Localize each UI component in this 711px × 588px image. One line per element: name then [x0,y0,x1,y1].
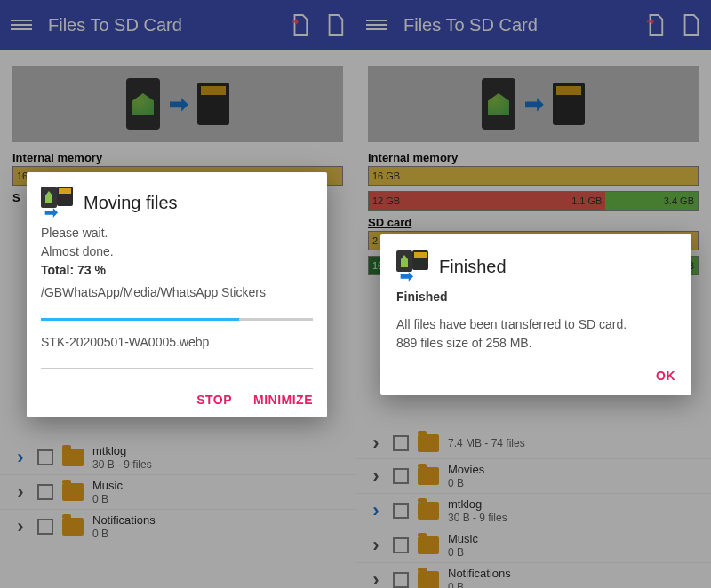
arrow-right-icon: ➡ [169,91,188,118]
dialog-line: Please wait. [41,224,313,242]
arrow-right-icon: ➡ [524,91,544,118]
checkbox[interactable] [393,537,409,553]
screen-right: Files To SD Card ➡ Internal memory 16 GB… [356,0,711,588]
minimize-button[interactable]: MINIMIZE [253,393,313,407]
progress-bar [41,318,313,321]
internal-memory-label: Internal memory [12,151,343,164]
list-item[interactable]: › mtklog 30 B - 9 files [0,441,356,475]
phone-icon [482,78,515,130]
folder-icon [418,571,439,588]
list-item[interactable]: › Movies 0 B [356,459,711,494]
file-list: › mtklog 30 B - 9 files › Music 0 B › [0,441,356,544]
chevron-right-icon[interactable]: › [12,481,28,504]
folder-icon [62,449,84,466]
folder-icon [62,483,84,501]
checkbox[interactable] [393,468,409,484]
folder-icon [418,536,439,554]
chevron-right-icon[interactable]: › [12,446,28,469]
list-item[interactable]: › mtklog 30 B - 9 files [356,494,711,528]
chevron-right-icon[interactable]: › [368,465,384,488]
screen-left: Files To SD Card ➡ Internal memory 16 GB… [0,0,356,588]
phone-icon [126,78,160,130]
folder-icon [418,502,439,520]
dialog-title: Moving files [84,193,178,213]
dialog-title: Finished [439,257,507,277]
chevron-right-icon[interactable]: › [12,515,28,538]
sd-card-label: SD card [368,216,699,229]
internal-memory-label: Internal memory [368,151,699,164]
menu-icon[interactable] [11,14,32,36]
checkbox[interactable] [37,484,53,500]
list-item[interactable]: › Music 0 B [0,475,356,510]
sdcard-icon [553,83,585,125]
ok-button[interactable]: OK [656,369,675,383]
checkbox[interactable] [37,519,53,535]
current-path: /GBWhatsApp/Media/WhatsApp Stickers [41,283,313,302]
stop-button[interactable]: STOP [196,393,232,407]
list-item[interactable]: › Music 0 B [356,528,711,563]
total-percent: Total: 73 % [41,261,313,280]
hero-illustration: ➡ [12,66,343,142]
transfer-icon: ➡ [41,187,73,219]
checkbox[interactable] [393,435,409,451]
checkbox[interactable] [393,572,409,588]
hero-illustration: ➡ [368,66,699,142]
app-bar: Files To SD Card [0,0,356,50]
folder-icon [418,467,439,485]
list-item[interactable]: › Notifications 0 B [0,510,356,544]
list-item[interactable]: › Notifications 0 B [356,563,711,588]
app-title: Files To SD Card [403,15,629,36]
sdcard-icon [197,83,229,125]
app-bar: Files To SD Card [356,0,711,50]
divider [41,368,313,369]
current-file: STK-20200501-WA0005.webp [41,333,313,352]
checkbox[interactable] [37,449,53,465]
chevron-right-icon[interactable]: › [368,568,384,588]
dialog-line: Almost done. [41,242,313,261]
move-file-icon[interactable] [290,13,309,36]
chevron-right-icon[interactable]: › [368,499,384,522]
dialog-text: 889 files size of 258 MB. [396,334,675,353]
finished-dialog: ➡ Finished Finished All files have been … [380,234,691,395]
app-title: Files To SD Card [48,15,274,36]
file-icon[interactable] [325,13,345,36]
transfer-icon: ➡ [396,250,428,282]
checkbox[interactable] [393,503,409,519]
folder-icon [418,434,439,452]
folder-icon [62,518,84,536]
internal-memory-bar: 16 GB [368,166,699,186]
file-list: › 7.4 MB - 74 files › Movies 0 B › [356,428,711,588]
menu-icon[interactable] [366,14,387,36]
chevron-right-icon[interactable]: › [368,534,384,557]
file-icon[interactable] [681,13,700,36]
list-item[interactable]: › 7.4 MB - 74 files [356,428,711,459]
moving-files-dialog: ➡ Moving files Please wait. Almost done.… [27,172,327,417]
move-file-icon[interactable] [645,13,665,36]
internal-memory-used-bar: 12 GB1.1 GB 3.4 GB [368,191,699,211]
chevron-right-icon[interactable]: › [368,432,384,455]
dialog-text: All files have been transferred to SD ca… [396,315,675,334]
dialog-heading: Finished [396,288,675,306]
